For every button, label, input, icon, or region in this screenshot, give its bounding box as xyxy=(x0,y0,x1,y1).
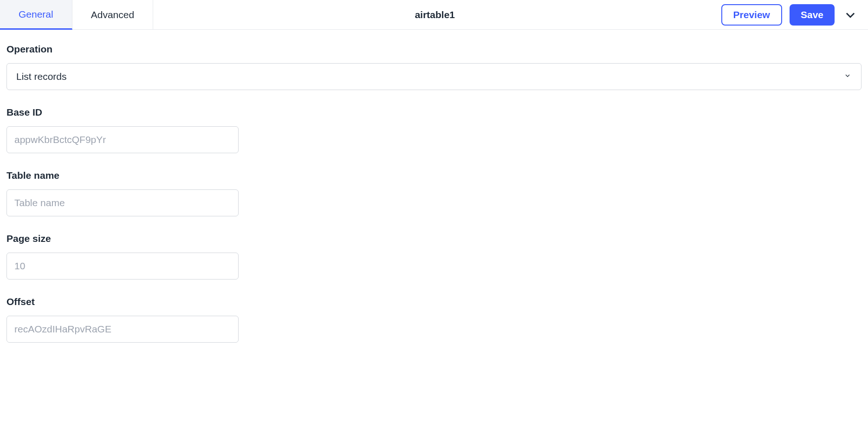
tab-general[interactable]: General xyxy=(0,0,72,30)
tab-advanced[interactable]: Advanced xyxy=(72,0,153,29)
field-base-id: Base ID xyxy=(6,107,862,153)
page-size-input[interactable] xyxy=(6,253,239,280)
field-operation: Operation xyxy=(6,44,862,90)
tabs: General Advanced xyxy=(0,0,153,29)
table-name-input[interactable] xyxy=(6,189,239,216)
collapse-icon[interactable] xyxy=(842,6,859,23)
content: Operation Base ID Table name Page size O… xyxy=(0,30,868,378)
table-name-label: Table name xyxy=(6,170,862,181)
operation-select-wrap xyxy=(6,63,862,90)
page-size-label: Page size xyxy=(6,233,862,244)
page-title: airtable1 xyxy=(153,0,716,29)
offset-label: Offset xyxy=(6,296,862,307)
header: General Advanced airtable1 Preview Save xyxy=(0,0,868,30)
preview-button[interactable]: Preview xyxy=(721,4,782,26)
operation-select[interactable] xyxy=(6,63,862,90)
base-id-label: Base ID xyxy=(6,107,862,118)
base-id-input[interactable] xyxy=(6,126,239,153)
field-page-size: Page size xyxy=(6,233,862,280)
operation-label: Operation xyxy=(6,44,862,55)
field-table-name: Table name xyxy=(6,170,862,216)
field-offset: Offset xyxy=(6,296,862,343)
save-button[interactable]: Save xyxy=(790,4,835,26)
header-actions: Preview Save xyxy=(717,0,868,29)
offset-input[interactable] xyxy=(6,316,239,343)
